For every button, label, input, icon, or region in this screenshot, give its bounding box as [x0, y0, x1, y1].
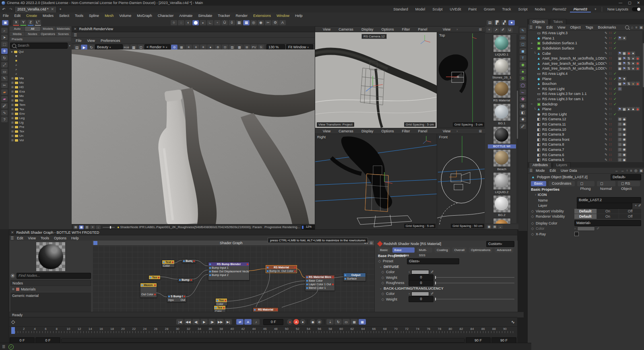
panel-menu-icon[interactable]: ☰: [529, 169, 533, 173]
viewport-front[interactable]: View › ⊞ Front Grid Spacing : 50 cm: [437, 128, 486, 230]
material-item[interactable]: BOTTLE WI: [488, 126, 516, 148]
xray-checkbox[interactable]: [574, 232, 579, 236]
nodes-list-header[interactable]: Nodes: [10, 280, 91, 286]
tool-icon[interactable]: ➤: [1, 35, 8, 40]
key-filter-button[interactable]: ⊘: [316, 319, 322, 325]
object-label[interactable]: RS Camera.5: [542, 158, 605, 162]
renderview-menu-item[interactable]: File: [73, 39, 84, 43]
viewport-menu-item[interactable]: View: [319, 129, 334, 133]
visibility-dots[interactable]: ∷: [608, 87, 612, 91]
toolbar-icon[interactable]: ▫: [214, 20, 221, 25]
object-menu-item[interactable]: View: [555, 25, 568, 29]
object-menu-item[interactable]: File: [533, 25, 544, 29]
materials-toolbar-icon[interactable]: ✐: [500, 27, 506, 33]
object-tag-icon[interactable]: ⇅: [627, 66, 631, 70]
edit-icon[interactable]: ✎: [605, 112, 607, 116]
diffuse-color-swatch[interactable]: [411, 270, 429, 274]
timeline-ruler[interactable]: 0246810121416182022242628303234363840424…: [9, 326, 517, 337]
key-diamond-icon[interactable]: ◇: [531, 232, 534, 236]
record-button[interactable]: ●: [300, 319, 305, 325]
material-item[interactable]: LIQUID.2: [488, 172, 516, 194]
viewport-visibility-segment[interactable]: DefaultOnOff: [574, 209, 641, 214]
object-label[interactable]: Aset_tree_branch_M_ue3ofhsfa_LOD0: [542, 66, 605, 70]
create-tool-icon[interactable]: T: [520, 55, 526, 61]
object-row[interactable]: └ ⌖ RS Spot Light ✎ ∷ ✓ ◎: [528, 86, 644, 92]
object-tag-icon[interactable]: ●: [631, 51, 635, 56]
attributes-menu-item[interactable]: Edit: [547, 169, 559, 173]
object-tag-icon[interactable]: ⚑: [618, 107, 622, 111]
material-thumbnail[interactable]: [493, 195, 511, 213]
object-tag-icon[interactable]: ⊡: [618, 117, 622, 121]
option-off[interactable]: Off: [619, 209, 641, 214]
option-off[interactable]: Off: [619, 214, 641, 219]
menu-item[interactable]: Volume: [116, 14, 134, 18]
layout-tab[interactable]: UVEdit: [446, 6, 464, 12]
enabled-check-icon[interactable]: ✓: [613, 72, 617, 76]
fcurve-icon[interactable]: ∿: [511, 319, 515, 325]
object-tag-icon[interactable]: ◉: [622, 158, 626, 162]
option-default[interactable]: Default: [574, 214, 597, 219]
viewport-icon-maximize[interactable]: ⊞: [477, 27, 484, 31]
asset-category-tab[interactable]: Nodes: [25, 32, 40, 36]
object-row[interactable]: └ ◧ RS Camera front ✎ ∷ ✓ ⊡◉: [528, 137, 644, 142]
edit-icon[interactable]: ✎: [605, 36, 607, 40]
tool-icon[interactable]: ▰: [1, 96, 8, 102]
keying-option-button[interactable]: ▭: [343, 319, 350, 325]
enabled-check-icon[interactable]: ✓: [613, 102, 617, 106]
object-tags[interactable]: ⊡◉: [618, 153, 641, 157]
attributes-nav-icon[interactable]: ◎: [634, 169, 638, 173]
document-tab-close-icon[interactable]: ✕: [51, 7, 54, 11]
edit-icon[interactable]: ✎: [605, 122, 607, 126]
attributes-menu-item[interactable]: User Data: [558, 169, 580, 173]
node-props-tab[interactable]: Multi-SSS: [417, 247, 432, 253]
object-label[interactable]: Plane.1: [542, 36, 605, 40]
visibility-dots[interactable]: ∷: [608, 36, 612, 40]
playback-toggle[interactable]: ♪: [252, 319, 260, 325]
object-label[interactable]: RS Camera.9: [542, 132, 605, 136]
chevron-down-icon[interactable]: ▾: [69, 44, 70, 47]
graph-maximize-icon[interactable]: ⊞: [369, 241, 373, 245]
enabled-check-icon[interactable]: ✓: [613, 46, 617, 50]
panel-close-icon[interactable]: ✕: [11, 231, 14, 235]
viewport-menu-item[interactable]: Cameras: [334, 27, 357, 31]
asset-filter-tab[interactable]: All: [25, 27, 40, 31]
material-thumbnail[interactable]: [493, 126, 511, 144]
attributes-nav-icon[interactable]: ↑: [626, 169, 628, 173]
axis-lock-button[interactable]: Z: [27, 20, 34, 26]
transport-button[interactable]: ▶|: [225, 319, 232, 325]
playback-toggle[interactable]: A: [244, 319, 252, 325]
viewport-menu-item[interactable]: Display: [357, 129, 378, 133]
menu-item[interactable]: Select: [56, 14, 72, 18]
create-tool-icon[interactable]: ✿: [520, 96, 526, 102]
edit-icon[interactable]: ✎: [605, 57, 607, 60]
materials-toolbar-icon[interactable]: ↗: [493, 27, 499, 33]
object-tag-icon[interactable]: ◉: [622, 153, 626, 157]
object-tag-icon[interactable]: ◆: [636, 62, 640, 66]
renderview-tab-label[interactable]: Redshift RenderView: [79, 27, 113, 31]
shader-menu-item[interactable]: View: [26, 236, 38, 240]
viewport-menu-item[interactable]: View: [439, 129, 454, 133]
create-tool-icon[interactable]: ◻: [520, 41, 526, 47]
object-tags[interactable]: ⊡◉: [618, 142, 641, 146]
menu-item[interactable]: Help: [292, 14, 305, 18]
material-item[interactable]: RS Material: [488, 80, 516, 103]
tool-icon[interactable]: ▰: [1, 89, 8, 95]
enabled-check-icon[interactable]: ✓: [613, 87, 617, 91]
document-tab[interactable]: 2023_Verallia.c4d * ✕: [14, 6, 57, 12]
material-label[interactable]: LIQUID.1: [488, 53, 516, 57]
key-filter-button[interactable]: ◉: [310, 319, 316, 325]
attributes-nav-icon[interactable]: ≡: [630, 169, 632, 173]
object-label[interactable]: RS Area Light.3: [542, 31, 605, 35]
expander-icon[interactable]: ⊞: [12, 288, 14, 291]
tool-icon[interactable]: ⬚: [1, 41, 8, 47]
layout-tab[interactable]: Track: [498, 6, 514, 12]
panel-menu-icon[interactable]: ☰: [74, 33, 77, 37]
object-tags[interactable]: ◎: [618, 87, 641, 91]
object-row[interactable]: └ ◧ RS Camera.9 ✎ ∷ ✓ ⊡◉: [528, 132, 644, 137]
visibility-dots[interactable]: ∷: [608, 56, 612, 60]
tool-icon[interactable]: ▭: [1, 69, 8, 74]
asset-folder-row[interactable]: ⊞Tem: [9, 103, 72, 107]
object-row[interactable]: └ ▭ RS Area Light.3 ✎ ∷ ✓: [528, 31, 644, 36]
material-label[interactable]: RS Material: [488, 99, 516, 103]
object-tags[interactable]: ⚑●: [618, 77, 641, 81]
